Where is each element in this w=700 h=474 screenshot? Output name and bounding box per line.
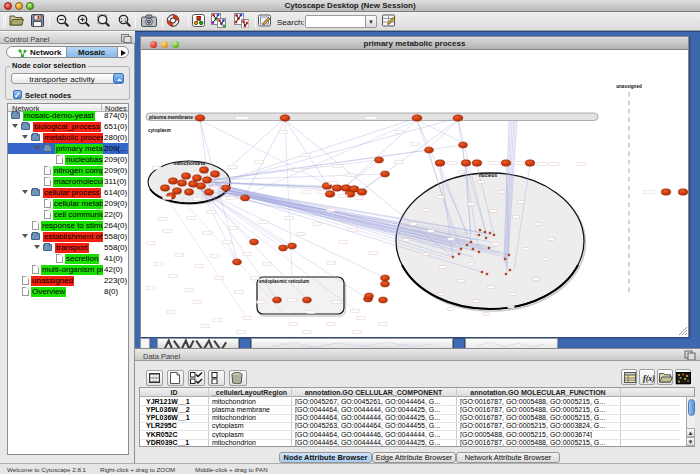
svg-text:unassigned: unassigned <box>616 84 642 89</box>
svg-text:plasma membrane: plasma membrane <box>149 114 193 120</box>
svg-text:f(x): f(x) <box>643 374 655 383</box>
svg-text:nucleus: nucleus <box>479 173 497 178</box>
svg-text:endoplasmic reticulum: endoplasmic reticulum <box>259 279 309 284</box>
svg-text:1:1: 1:1 <box>120 18 127 23</box>
svg-text:cytoplasm: cytoplasm <box>148 128 171 133</box>
svg-text:mitochondria: mitochondria <box>173 160 206 166</box>
